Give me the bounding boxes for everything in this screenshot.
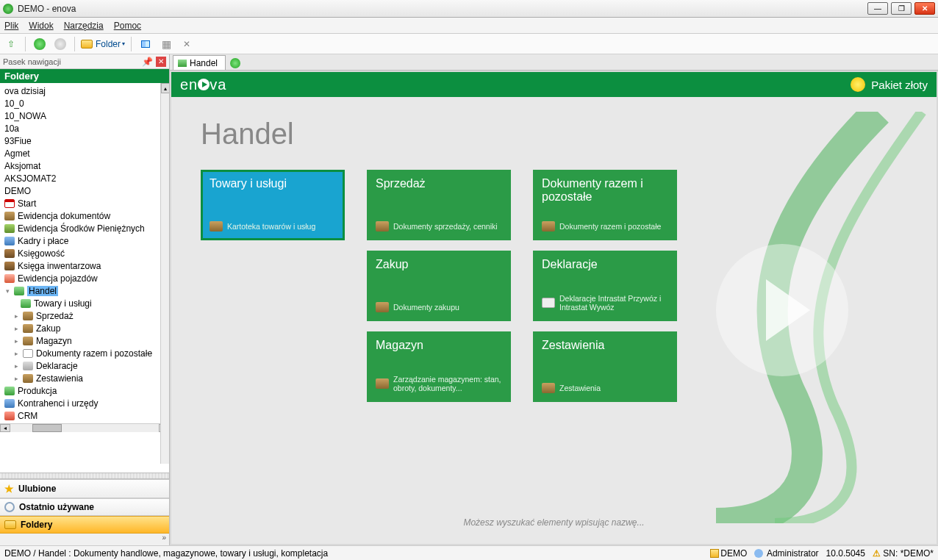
navtab-ostatnio[interactable]: Ostatnio używane xyxy=(0,498,169,516)
tile-sprzedaz[interactable]: Sprzedaż Dokumenty sprzedaży, cenniki xyxy=(367,170,511,240)
tree-item[interactable]: Agmet xyxy=(3,147,169,159)
folder-tree[interactable]: ▴ ova dzisiaj 10_0 10_NOWA 10a 93Fiue Ag… xyxy=(0,83,169,473)
star-icon: ★ xyxy=(4,483,14,495)
package-badge: Pakiet złoty xyxy=(851,77,928,92)
menu-bar: Plik Widok Narzędzia Pomoc xyxy=(0,18,938,34)
window-titlebar: DEMO - enova — ❐ ✕ xyxy=(0,0,938,18)
people-icon xyxy=(4,399,15,408)
maximize-button[interactable]: ❐ xyxy=(891,2,912,15)
menu-help[interactable]: Pomoc xyxy=(114,21,141,31)
user-icon xyxy=(754,549,763,558)
tile-towary[interactable]: Towary i usługi Kartoteka towarów i usłu… xyxy=(201,170,345,240)
tree-subitem[interactable]: ▸Deklaracje xyxy=(3,359,169,372)
menu-tools[interactable]: Narzędzia xyxy=(64,21,104,31)
grid-button[interactable]: ▦ xyxy=(158,36,174,52)
tab-strip: Handel xyxy=(170,54,938,71)
tree-subitem[interactable]: ▸Sprzedaż xyxy=(3,309,169,322)
tree-item[interactable]: Ewidencja dokumentów xyxy=(3,209,169,222)
tab-label: Handel xyxy=(190,58,218,68)
tile-deklaracje[interactable]: Deklaracje Deklaracje Intrastat Przywóz … xyxy=(533,251,677,321)
tile-title: Deklaracje xyxy=(542,258,668,271)
box-icon xyxy=(542,221,555,231)
tree-subitem[interactable]: ▸Magazyn xyxy=(3,334,169,347)
forward-button[interactable] xyxy=(52,36,68,52)
navtab-label: Foldery xyxy=(21,520,52,530)
close-button[interactable]: ✕ xyxy=(914,2,935,15)
tile-dokumenty[interactable]: Dokumenty razem i pozostałe Dokumenty ra… xyxy=(533,170,677,240)
tile-zestawienia[interactable]: Zestawienia Zestawienia xyxy=(533,331,677,402)
tree-item[interactable]: Ewidencja pojazdów xyxy=(3,272,169,284)
tree-item[interactable]: ova dzisiaj xyxy=(3,85,169,97)
tree-item[interactable]: Aksjomat xyxy=(3,159,169,172)
navtab-ulubione[interactable]: ★ Ulubione xyxy=(0,479,169,498)
tree-item[interactable]: Produkcja xyxy=(3,384,169,397)
cube-icon xyxy=(21,299,31,308)
section-foldery-header: Foldery xyxy=(0,69,169,83)
tools-button[interactable]: ✕ xyxy=(179,36,195,52)
tile-title: Zestawienia xyxy=(542,339,668,352)
money-icon xyxy=(4,224,15,233)
tile-subtitle: Zarządzanie magazynem: stan, obroty, dok… xyxy=(393,375,502,393)
tree-subitem[interactable]: Towary i usługi xyxy=(3,297,169,309)
tree-item-handel[interactable]: ▾Handel xyxy=(3,284,169,297)
sun-icon xyxy=(851,77,865,92)
box-icon xyxy=(23,337,33,345)
tree-vscrollbar[interactable]: ▴ xyxy=(160,83,169,464)
splitter-gripper[interactable] xyxy=(0,473,169,479)
up-button[interactable]: ⇧ xyxy=(3,36,19,52)
tree-subitem[interactable]: ▸Zakup xyxy=(3,322,169,334)
tree-item[interactable]: 10_NOWA xyxy=(3,110,169,122)
tree-subitem[interactable]: ▸Dokumenty razem i pozostałe xyxy=(3,347,169,359)
clock-icon xyxy=(4,502,15,512)
tree-item[interactable]: DEMO xyxy=(3,184,169,197)
tree-item[interactable]: CRM xyxy=(3,409,169,422)
new-tab-button[interactable] xyxy=(229,57,242,70)
status-bar: DEMO / Handel : Dokumenty handlowe, maga… xyxy=(0,545,938,560)
navtab-foldery[interactable]: Foldery xyxy=(0,516,169,534)
tree-item[interactable]: Księgowość xyxy=(3,247,169,259)
tree-item[interactable]: 10a xyxy=(3,122,169,134)
tree-item-start[interactable]: Start xyxy=(3,197,169,209)
tab-handel[interactable]: Handel xyxy=(173,55,226,70)
tile-zakup[interactable]: Zakup Dokumenty zakupu xyxy=(367,251,511,321)
box-icon xyxy=(376,221,389,231)
tree-item[interactable]: Księga inwentarzowa xyxy=(3,259,169,272)
crm-icon xyxy=(4,412,15,420)
tile-subtitle: Zestawienia xyxy=(559,384,601,393)
tree-item[interactable]: Ewidencja Środków Pieniężnych xyxy=(3,222,169,234)
tree-item[interactable]: 93Fiue xyxy=(3,134,169,147)
box-icon xyxy=(4,212,15,220)
doc-icon xyxy=(23,362,33,370)
box-icon xyxy=(210,221,223,231)
tile-magazyn[interactable]: Magazyn Zarządzanie magazynem: stan, obr… xyxy=(367,331,511,402)
tree-hscrollbar[interactable]: ◂▸ xyxy=(0,423,169,432)
layout-button[interactable] xyxy=(137,36,154,52)
tree-subitem[interactable]: ▸Zestawienia xyxy=(3,372,169,384)
people-icon xyxy=(4,237,15,245)
nav-close-icon[interactable]: ✕ xyxy=(156,57,166,67)
book-icon xyxy=(4,249,15,258)
warning-icon: ⚠ xyxy=(873,548,881,559)
window-title: DEMO - enova xyxy=(18,4,867,14)
menu-file[interactable]: Plik xyxy=(4,21,18,31)
cube-icon xyxy=(14,287,24,295)
tree-item[interactable]: 10_0 xyxy=(3,97,169,110)
tree-item[interactable]: AKSJOMAT2 xyxy=(3,172,169,184)
minimize-button[interactable]: — xyxy=(867,2,888,15)
nav-header: Pasek nawigacji 📌 ✕ xyxy=(0,54,169,69)
chevron-down-icon: ▾ xyxy=(122,40,125,47)
calendar-icon xyxy=(4,199,15,208)
navtab-overflow[interactable]: » xyxy=(0,534,169,545)
nav-panel-title: Pasek nawigacji xyxy=(3,57,61,66)
folder-dropdown[interactable]: Folder ▾ xyxy=(81,39,125,49)
folder-icon xyxy=(4,520,16,529)
brand-bar: enva Pakiet złoty xyxy=(171,72,937,97)
back-button[interactable] xyxy=(32,36,48,52)
tree-item[interactable]: Kadry i płace xyxy=(3,234,169,247)
menu-view[interactable]: Widok xyxy=(29,21,53,31)
pin-icon[interactable]: 📌 xyxy=(142,57,153,67)
tile-subtitle: Dokumenty sprzedaży, cenniki xyxy=(393,222,498,231)
tile-title: Dokumenty razem i pozostałe xyxy=(542,177,668,204)
tree-item[interactable]: Kontrahenci i urzędy xyxy=(3,397,169,409)
box-icon xyxy=(376,378,389,389)
